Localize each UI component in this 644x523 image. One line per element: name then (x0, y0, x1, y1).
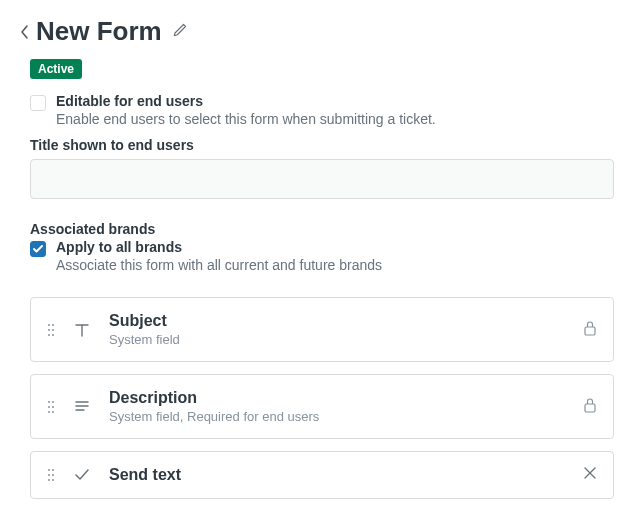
brands-section-label: Associated brands (30, 221, 624, 237)
svg-point-19 (52, 479, 54, 481)
field-subtitle: System field (109, 332, 565, 347)
field-row[interactable]: Send text (30, 451, 614, 499)
editable-option: Editable for end users Enable end users … (30, 93, 624, 127)
field-row[interactable]: Subject System field (30, 297, 614, 362)
svg-point-14 (48, 469, 50, 471)
editable-checkbox[interactable] (30, 95, 46, 111)
svg-point-10 (52, 406, 54, 408)
title-input[interactable] (30, 159, 614, 199)
remove-field-icon[interactable] (583, 466, 597, 484)
field-row[interactable]: Description System field, Required for e… (30, 374, 614, 439)
svg-point-8 (52, 401, 54, 403)
checkbox-field-icon (73, 466, 91, 484)
edit-title-icon[interactable] (172, 22, 188, 42)
svg-point-5 (52, 334, 54, 336)
svg-point-15 (52, 469, 54, 471)
apply-brands-description: Associate this form with all current and… (56, 257, 382, 273)
drag-handle-icon[interactable] (47, 400, 55, 414)
svg-point-1 (52, 324, 54, 326)
svg-point-18 (48, 479, 50, 481)
text-field-icon (73, 321, 91, 339)
svg-point-2 (48, 329, 50, 331)
editable-label: Editable for end users (56, 93, 436, 109)
field-title: Description (109, 389, 565, 407)
field-title: Subject (109, 312, 565, 330)
svg-point-4 (48, 334, 50, 336)
svg-point-17 (52, 474, 54, 476)
page-header: New Form (20, 16, 624, 47)
drag-handle-icon[interactable] (47, 468, 55, 482)
back-chevron-icon[interactable] (20, 24, 30, 40)
svg-point-0 (48, 324, 50, 326)
svg-rect-6 (585, 327, 595, 335)
svg-point-7 (48, 401, 50, 403)
lock-icon (583, 397, 597, 417)
status-badge: Active (30, 59, 82, 79)
svg-point-16 (48, 474, 50, 476)
apply-brands-checkbox[interactable] (30, 241, 46, 257)
multiline-field-icon (73, 398, 91, 416)
lock-icon (583, 320, 597, 340)
drag-handle-icon[interactable] (47, 323, 55, 337)
page-title: New Form (36, 16, 162, 47)
svg-point-11 (48, 411, 50, 413)
field-subtitle: System field, Required for end users (109, 409, 565, 424)
svg-point-9 (48, 406, 50, 408)
editable-description: Enable end users to select this form whe… (56, 111, 436, 127)
svg-point-3 (52, 329, 54, 331)
field-title: Send text (109, 466, 565, 484)
svg-point-12 (52, 411, 54, 413)
apply-brands-label: Apply to all brands (56, 239, 382, 255)
title-field-label: Title shown to end users (30, 137, 624, 153)
apply-brands-option: Apply to all brands Associate this form … (30, 239, 624, 273)
svg-rect-13 (585, 404, 595, 412)
